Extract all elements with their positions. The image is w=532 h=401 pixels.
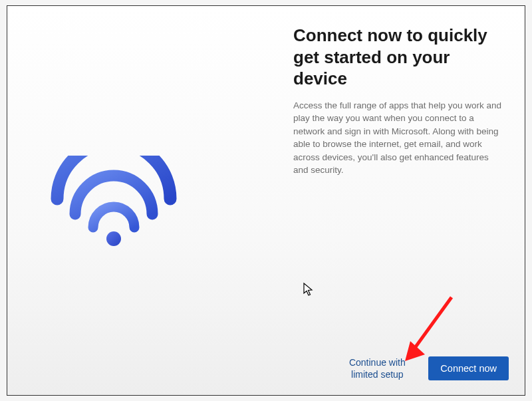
text-pane: Connect now to quickly get started on yo… (293, 6, 525, 395)
svg-point-0 (106, 231, 121, 246)
content-area: Connect now to quickly get started on yo… (7, 6, 525, 395)
continue-limited-setup-button[interactable]: Continue with limited setup (340, 356, 414, 380)
page-description: Access the full range of apps that help … (293, 99, 506, 177)
page-title: Connect now to quickly get started on yo… (293, 25, 506, 90)
connect-now-button[interactable]: Connect now (428, 356, 509, 380)
setup-dialog: Connect now to quickly get started on yo… (7, 5, 525, 396)
footer-actions: Continue with limited setup Connect now (340, 356, 509, 380)
illustration-pane (7, 6, 293, 395)
wifi-icon (47, 156, 180, 251)
